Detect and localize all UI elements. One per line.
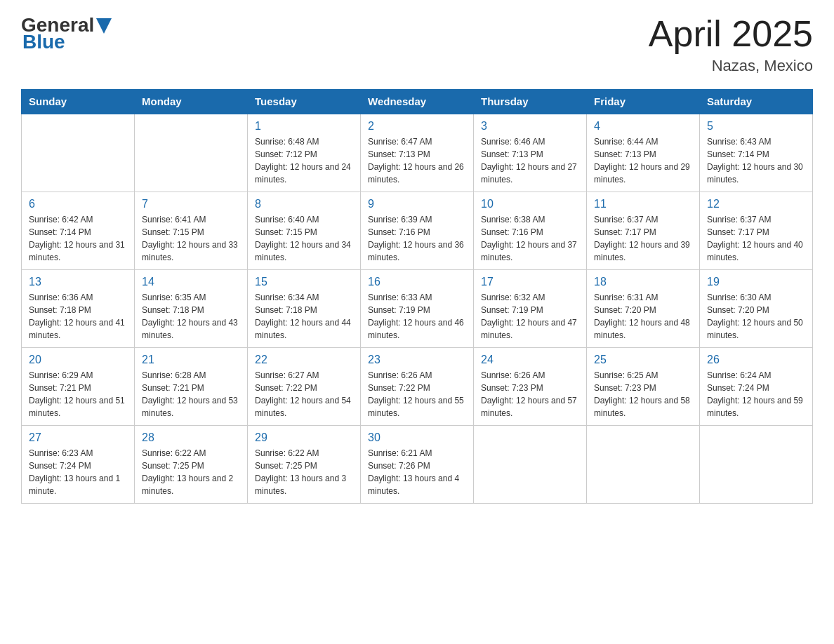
day-cell: 16Sunrise: 6:33 AMSunset: 7:19 PMDayligh… [361, 270, 474, 348]
day-number: 9 [368, 198, 466, 210]
calendar-header: SundayMondayTuesdayWednesdayThursdayFrid… [22, 90, 813, 114]
day-info: Sunrise: 6:48 AMSunset: 7:12 PMDaylight:… [255, 135, 353, 186]
day-cell [474, 426, 587, 504]
day-number: 8 [255, 198, 353, 210]
day-info: Sunrise: 6:37 AMSunset: 7:17 PMDaylight:… [707, 213, 805, 264]
day-number: 27 [29, 431, 127, 444]
header-cell-thursday: Thursday [474, 90, 587, 114]
day-number: 19 [707, 276, 805, 288]
day-number: 21 [142, 354, 240, 366]
title-section: April 2025 Nazas, Mexico [649, 14, 813, 75]
day-number: 10 [481, 198, 579, 210]
day-info: Sunrise: 6:29 AMSunset: 7:21 PMDaylight:… [29, 369, 127, 420]
day-cell: 12Sunrise: 6:37 AMSunset: 7:17 PMDayligh… [700, 192, 813, 270]
day-info: Sunrise: 6:27 AMSunset: 7:22 PMDaylight:… [255, 369, 353, 420]
day-number: 14 [142, 276, 240, 288]
day-cell [135, 114, 248, 192]
day-number: 7 [142, 198, 240, 210]
day-cell: 5Sunrise: 6:43 AMSunset: 7:14 PMDaylight… [700, 114, 813, 192]
day-info: Sunrise: 6:22 AMSunset: 7:25 PMDaylight:… [142, 447, 240, 497]
day-info: Sunrise: 6:32 AMSunset: 7:19 PMDaylight:… [481, 291, 579, 342]
day-info: Sunrise: 6:47 AMSunset: 7:13 PMDaylight:… [368, 135, 466, 186]
header-row: SundayMondayTuesdayWednesdayThursdayFrid… [22, 90, 813, 114]
day-info: Sunrise: 6:42 AMSunset: 7:14 PMDaylight:… [29, 213, 127, 264]
day-info: Sunrise: 6:30 AMSunset: 7:20 PMDaylight:… [707, 291, 805, 342]
day-cell: 6Sunrise: 6:42 AMSunset: 7:14 PMDaylight… [22, 192, 135, 270]
day-cell: 1Sunrise: 6:48 AMSunset: 7:12 PMDaylight… [248, 114, 361, 192]
week-row-5: 27Sunrise: 6:23 AMSunset: 7:24 PMDayligh… [22, 426, 813, 504]
day-cell: 9Sunrise: 6:39 AMSunset: 7:16 PMDaylight… [361, 192, 474, 270]
day-info: Sunrise: 6:31 AMSunset: 7:20 PMDaylight:… [594, 291, 692, 342]
day-info: Sunrise: 6:36 AMSunset: 7:18 PMDaylight:… [29, 291, 127, 342]
day-cell: 4Sunrise: 6:44 AMSunset: 7:13 PMDaylight… [587, 114, 700, 192]
day-info: Sunrise: 6:33 AMSunset: 7:19 PMDaylight:… [368, 291, 466, 342]
day-info: Sunrise: 6:38 AMSunset: 7:16 PMDaylight:… [481, 213, 579, 264]
day-cell: 25Sunrise: 6:25 AMSunset: 7:23 PMDayligh… [587, 348, 700, 426]
day-cell: 24Sunrise: 6:26 AMSunset: 7:23 PMDayligh… [474, 348, 587, 426]
day-cell: 15Sunrise: 6:34 AMSunset: 7:18 PMDayligh… [248, 270, 361, 348]
day-number: 29 [255, 431, 353, 444]
header-cell-sunday: Sunday [22, 90, 135, 114]
day-cell: 17Sunrise: 6:32 AMSunset: 7:19 PMDayligh… [474, 270, 587, 348]
day-cell: 3Sunrise: 6:46 AMSunset: 7:13 PMDaylight… [474, 114, 587, 192]
day-info: Sunrise: 6:26 AMSunset: 7:22 PMDaylight:… [368, 369, 466, 420]
day-cell: 14Sunrise: 6:35 AMSunset: 7:18 PMDayligh… [135, 270, 248, 348]
day-cell: 2Sunrise: 6:47 AMSunset: 7:13 PMDaylight… [361, 114, 474, 192]
day-info: Sunrise: 6:26 AMSunset: 7:23 PMDaylight:… [481, 369, 579, 420]
day-cell [700, 426, 813, 504]
day-number: 23 [368, 354, 466, 366]
calendar-title: April 2025 [649, 14, 813, 54]
day-number: 11 [594, 198, 692, 210]
header-cell-monday: Monday [135, 90, 248, 114]
day-number: 26 [707, 354, 805, 366]
header-cell-wednesday: Wednesday [361, 90, 474, 114]
logo-blue-text: Blue [22, 31, 65, 53]
day-info: Sunrise: 6:46 AMSunset: 7:13 PMDaylight:… [481, 135, 579, 186]
day-number: 24 [481, 354, 579, 366]
day-cell: 11Sunrise: 6:37 AMSunset: 7:17 PMDayligh… [587, 192, 700, 270]
calendar-table: SundayMondayTuesdayWednesdayThursdayFrid… [21, 89, 813, 504]
calendar-subtitle: Nazas, Mexico [649, 57, 813, 75]
day-number: 17 [481, 276, 579, 288]
day-info: Sunrise: 6:35 AMSunset: 7:18 PMDaylight:… [142, 291, 240, 342]
day-cell: 19Sunrise: 6:30 AMSunset: 7:20 PMDayligh… [700, 270, 813, 348]
day-cell: 26Sunrise: 6:24 AMSunset: 7:24 PMDayligh… [700, 348, 813, 426]
day-cell: 23Sunrise: 6:26 AMSunset: 7:22 PMDayligh… [361, 348, 474, 426]
day-info: Sunrise: 6:44 AMSunset: 7:13 PMDaylight:… [594, 135, 692, 186]
page-header: General Blue April 2025 Nazas, Mexico [21, 14, 813, 75]
day-number: 4 [594, 120, 692, 133]
day-cell [587, 426, 700, 504]
day-cell: 22Sunrise: 6:27 AMSunset: 7:22 PMDayligh… [248, 348, 361, 426]
day-number: 1 [255, 120, 353, 133]
logo: General Blue [21, 14, 112, 53]
day-cell: 20Sunrise: 6:29 AMSunset: 7:21 PMDayligh… [22, 348, 135, 426]
day-info: Sunrise: 6:21 AMSunset: 7:26 PMDaylight:… [368, 447, 466, 497]
day-info: Sunrise: 6:25 AMSunset: 7:23 PMDaylight:… [594, 369, 692, 420]
day-info: Sunrise: 6:28 AMSunset: 7:21 PMDaylight:… [142, 369, 240, 420]
day-number: 30 [368, 431, 466, 444]
day-info: Sunrise: 6:22 AMSunset: 7:25 PMDaylight:… [255, 447, 353, 497]
day-cell: 10Sunrise: 6:38 AMSunset: 7:16 PMDayligh… [474, 192, 587, 270]
day-info: Sunrise: 6:41 AMSunset: 7:15 PMDaylight:… [142, 213, 240, 264]
day-info: Sunrise: 6:37 AMSunset: 7:17 PMDaylight:… [594, 213, 692, 264]
day-info: Sunrise: 6:39 AMSunset: 7:16 PMDaylight:… [368, 213, 466, 264]
svg-marker-0 [96, 18, 112, 34]
day-cell: 21Sunrise: 6:28 AMSunset: 7:21 PMDayligh… [135, 348, 248, 426]
header-cell-friday: Friday [587, 90, 700, 114]
day-info: Sunrise: 6:24 AMSunset: 7:24 PMDaylight:… [707, 369, 805, 420]
day-cell: 7Sunrise: 6:41 AMSunset: 7:15 PMDaylight… [135, 192, 248, 270]
day-number: 5 [707, 120, 805, 133]
day-number: 12 [707, 198, 805, 210]
day-info: Sunrise: 6:34 AMSunset: 7:18 PMDaylight:… [255, 291, 353, 342]
week-row-3: 13Sunrise: 6:36 AMSunset: 7:18 PMDayligh… [22, 270, 813, 348]
day-number: 18 [594, 276, 692, 288]
header-cell-tuesday: Tuesday [248, 90, 361, 114]
day-number: 22 [255, 354, 353, 366]
week-row-4: 20Sunrise: 6:29 AMSunset: 7:21 PMDayligh… [22, 348, 813, 426]
day-number: 6 [29, 198, 127, 210]
day-info: Sunrise: 6:40 AMSunset: 7:15 PMDaylight:… [255, 213, 353, 264]
day-cell: 28Sunrise: 6:22 AMSunset: 7:25 PMDayligh… [135, 426, 248, 504]
week-row-2: 6Sunrise: 6:42 AMSunset: 7:14 PMDaylight… [22, 192, 813, 270]
day-cell: 27Sunrise: 6:23 AMSunset: 7:24 PMDayligh… [22, 426, 135, 504]
day-number: 16 [368, 276, 466, 288]
